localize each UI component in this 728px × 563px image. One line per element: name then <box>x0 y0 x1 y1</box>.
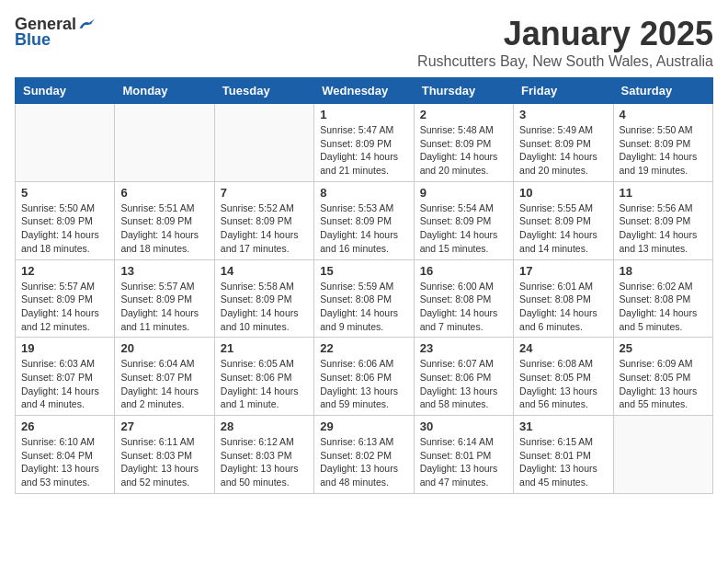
day-number: 15 <box>320 264 407 278</box>
day-of-week-header: Thursday <box>414 78 513 104</box>
day-info: Sunrise: 5:48 AM Sunset: 8:09 PM Dayligh… <box>420 123 507 178</box>
day-number: 10 <box>519 186 607 200</box>
calendar-cell: 6Sunrise: 5:51 AM Sunset: 8:09 PM Daylig… <box>115 181 214 259</box>
day-number: 21 <box>221 341 308 355</box>
day-number: 14 <box>221 264 308 278</box>
calendar-cell: 17Sunrise: 6:01 AM Sunset: 8:08 PM Dayli… <box>514 259 613 338</box>
calendar-cell: 28Sunrise: 6:12 AM Sunset: 8:03 PM Dayli… <box>214 416 313 494</box>
calendar-cell <box>613 416 712 494</box>
day-info: Sunrise: 5:53 AM Sunset: 8:09 PM Dayligh… <box>320 201 407 256</box>
day-info: Sunrise: 5:57 AM Sunset: 8:09 PM Dayligh… <box>21 280 108 334</box>
logo: General Blue <box>15 15 95 50</box>
day-number: 28 <box>221 419 308 433</box>
day-number: 7 <box>221 186 308 200</box>
day-info: Sunrise: 5:59 AM Sunset: 8:08 PM Dayligh… <box>320 280 407 334</box>
calendar-cell: 25Sunrise: 6:09 AM Sunset: 8:05 PM Dayli… <box>613 338 712 416</box>
day-info: Sunrise: 6:13 AM Sunset: 8:02 PM Dayligh… <box>320 435 407 489</box>
day-info: Sunrise: 6:12 AM Sunset: 8:03 PM Dayligh… <box>221 435 308 489</box>
day-number: 2 <box>420 108 507 121</box>
calendar-cell <box>115 104 214 182</box>
day-info: Sunrise: 6:10 AM Sunset: 8:04 PM Dayligh… <box>21 435 108 489</box>
calendar-cell: 7Sunrise: 5:52 AM Sunset: 8:09 PM Daylig… <box>214 181 313 259</box>
calendar-cell: 3Sunrise: 5:49 AM Sunset: 8:09 PM Daylig… <box>514 104 613 182</box>
day-of-week-header: Sunday <box>16 78 115 104</box>
calendar-cell: 20Sunrise: 6:04 AM Sunset: 8:07 PM Dayli… <box>115 338 214 416</box>
calendar-cell: 21Sunrise: 6:05 AM Sunset: 8:06 PM Dayli… <box>214 338 313 416</box>
day-number: 3 <box>519 108 607 121</box>
day-info: Sunrise: 5:49 AM Sunset: 8:09 PM Dayligh… <box>519 123 607 178</box>
day-info: Sunrise: 6:06 AM Sunset: 8:06 PM Dayligh… <box>320 357 407 411</box>
calendar-cell: 19Sunrise: 6:03 AM Sunset: 8:07 PM Dayli… <box>16 338 115 416</box>
day-number: 19 <box>21 341 108 355</box>
page-header: General Blue January 2025 Rushcutters Ba… <box>15 15 713 70</box>
calendar-week-row: 12Sunrise: 5:57 AM Sunset: 8:09 PM Dayli… <box>16 259 713 338</box>
calendar-header-row: SundayMondayTuesdayWednesdayThursdayFrid… <box>16 78 713 104</box>
calendar-cell: 23Sunrise: 6:07 AM Sunset: 8:06 PM Dayli… <box>414 338 513 416</box>
day-info: Sunrise: 6:04 AM Sunset: 8:07 PM Dayligh… <box>120 357 208 411</box>
month-title: January 2025 <box>417 15 713 53</box>
calendar-cell: 15Sunrise: 5:59 AM Sunset: 8:08 PM Dayli… <box>314 259 414 338</box>
day-number: 18 <box>620 264 707 278</box>
calendar-cell: 4Sunrise: 5:50 AM Sunset: 8:09 PM Daylig… <box>613 104 712 182</box>
day-of-week-header: Monday <box>115 78 214 104</box>
day-info: Sunrise: 6:01 AM Sunset: 8:08 PM Dayligh… <box>519 280 607 334</box>
day-number: 30 <box>420 419 507 433</box>
day-info: Sunrise: 6:08 AM Sunset: 8:05 PM Dayligh… <box>519 357 607 411</box>
day-info: Sunrise: 5:50 AM Sunset: 8:09 PM Dayligh… <box>620 123 707 178</box>
location-subtitle: Rushcutters Bay, New South Wales, Austra… <box>417 53 713 70</box>
calendar-table: SundayMondayTuesdayWednesdayThursdayFrid… <box>15 77 713 494</box>
day-number: 25 <box>620 341 707 355</box>
calendar-week-row: 19Sunrise: 6:03 AM Sunset: 8:07 PM Dayli… <box>16 338 713 416</box>
calendar-cell: 30Sunrise: 6:14 AM Sunset: 8:01 PM Dayli… <box>414 416 513 494</box>
day-info: Sunrise: 5:54 AM Sunset: 8:09 PM Dayligh… <box>420 201 507 256</box>
calendar-cell: 2Sunrise: 5:48 AM Sunset: 8:09 PM Daylig… <box>414 104 513 182</box>
day-number: 9 <box>420 186 507 200</box>
calendar-cell: 22Sunrise: 6:06 AM Sunset: 8:06 PM Dayli… <box>314 338 414 416</box>
day-info: Sunrise: 6:05 AM Sunset: 8:06 PM Dayligh… <box>221 357 308 411</box>
calendar-cell: 31Sunrise: 6:15 AM Sunset: 8:01 PM Dayli… <box>514 416 613 494</box>
day-number: 27 <box>120 419 208 433</box>
day-info: Sunrise: 6:09 AM Sunset: 8:05 PM Dayligh… <box>620 357 707 411</box>
day-info: Sunrise: 6:02 AM Sunset: 8:08 PM Dayligh… <box>620 280 707 334</box>
calendar-week-row: 26Sunrise: 6:10 AM Sunset: 8:04 PM Dayli… <box>16 416 713 494</box>
day-info: Sunrise: 6:14 AM Sunset: 8:01 PM Dayligh… <box>420 435 507 489</box>
day-info: Sunrise: 6:15 AM Sunset: 8:01 PM Dayligh… <box>519 435 607 489</box>
day-number: 23 <box>420 341 507 355</box>
day-number: 16 <box>420 264 507 278</box>
logo-bird-icon <box>78 17 95 33</box>
day-number: 5 <box>21 186 108 200</box>
calendar-cell: 18Sunrise: 6:02 AM Sunset: 8:08 PM Dayli… <box>613 259 712 338</box>
day-info: Sunrise: 5:58 AM Sunset: 8:09 PM Dayligh… <box>221 280 308 334</box>
calendar-cell: 29Sunrise: 6:13 AM Sunset: 8:02 PM Dayli… <box>314 416 414 494</box>
calendar-cell: 11Sunrise: 5:56 AM Sunset: 8:09 PM Dayli… <box>613 181 712 259</box>
day-number: 11 <box>620 186 707 200</box>
day-number: 31 <box>519 419 607 433</box>
day-info: Sunrise: 5:57 AM Sunset: 8:09 PM Dayligh… <box>120 280 208 334</box>
calendar-cell <box>214 104 313 182</box>
day-number: 12 <box>21 264 108 278</box>
calendar-week-row: 1Sunrise: 5:47 AM Sunset: 8:09 PM Daylig… <box>16 104 713 182</box>
day-number: 8 <box>320 186 407 200</box>
day-info: Sunrise: 5:47 AM Sunset: 8:09 PM Dayligh… <box>320 123 407 178</box>
day-of-week-header: Saturday <box>613 78 712 104</box>
day-number: 4 <box>620 108 707 121</box>
day-info: Sunrise: 5:51 AM Sunset: 8:09 PM Dayligh… <box>120 201 208 256</box>
day-info: Sunrise: 5:50 AM Sunset: 8:09 PM Dayligh… <box>21 201 108 256</box>
calendar-cell: 14Sunrise: 5:58 AM Sunset: 8:09 PM Dayli… <box>214 259 313 338</box>
calendar-cell: 26Sunrise: 6:10 AM Sunset: 8:04 PM Dayli… <box>16 416 115 494</box>
day-of-week-header: Tuesday <box>214 78 313 104</box>
calendar-cell <box>16 104 115 182</box>
calendar-cell: 9Sunrise: 5:54 AM Sunset: 8:09 PM Daylig… <box>414 181 513 259</box>
day-info: Sunrise: 6:03 AM Sunset: 8:07 PM Dayligh… <box>21 357 108 411</box>
calendar-cell: 24Sunrise: 6:08 AM Sunset: 8:05 PM Dayli… <box>514 338 613 416</box>
calendar-cell: 16Sunrise: 6:00 AM Sunset: 8:08 PM Dayli… <box>414 259 513 338</box>
calendar-cell: 8Sunrise: 5:53 AM Sunset: 8:09 PM Daylig… <box>314 181 414 259</box>
day-of-week-header: Friday <box>514 78 613 104</box>
calendar-cell: 12Sunrise: 5:57 AM Sunset: 8:09 PM Dayli… <box>16 259 115 338</box>
day-number: 29 <box>320 419 407 433</box>
day-number: 17 <box>519 264 607 278</box>
day-info: Sunrise: 6:07 AM Sunset: 8:06 PM Dayligh… <box>420 357 507 411</box>
calendar-cell: 1Sunrise: 5:47 AM Sunset: 8:09 PM Daylig… <box>314 104 414 182</box>
day-number: 24 <box>519 341 607 355</box>
day-info: Sunrise: 6:11 AM Sunset: 8:03 PM Dayligh… <box>120 435 208 489</box>
